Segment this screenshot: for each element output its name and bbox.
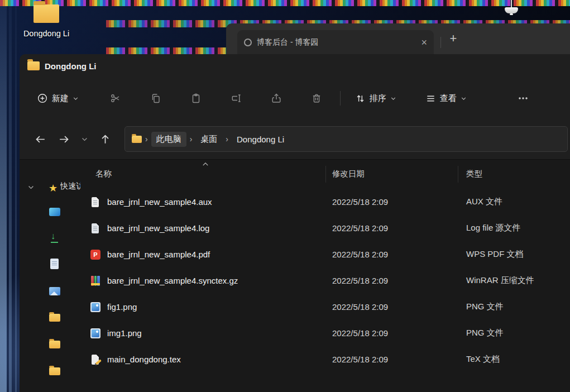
file-row[interactable]: main_dongdong.tex 2022/5/18 2:09 TeX 文档	[84, 346, 570, 372]
breadcrumb-separator: ›	[190, 135, 193, 144]
file-date: 2022/5/18 2:09	[332, 223, 388, 233]
file-row[interactable]: bare_jrnl_new_sample4.aux 2022/5/18 2:09…	[84, 189, 570, 215]
desktop-shortcut-dongdong-li[interactable]: Dongdong Li	[17, 4, 76, 38]
explorer-content: ★ 快速访问 名称 修改日期 类型	[20, 159, 570, 392]
log-file-icon	[90, 223, 101, 234]
new-button[interactable]: 新建	[33, 88, 82, 108]
sidebar-item-desktop[interactable]	[49, 208, 60, 218]
download-arrow-icon	[50, 232, 60, 243]
file-list-pane: 名称 修改日期 类型 bare_jrnl_new_sample4.aux 202…	[84, 160, 570, 392]
file-rows: bare_jrnl_new_sample4.aux 2022/5/18 2:09…	[84, 189, 570, 392]
sidebar-item-documents[interactable]	[50, 259, 59, 271]
file-row[interactable]: img1.png 2022/5/18 2:09 PNG 文件	[84, 320, 570, 346]
folder-icon	[132, 136, 142, 143]
tab-favicon-icon	[244, 39, 252, 46]
trash-icon	[311, 93, 322, 104]
file-date: 2022/5/18 2:09	[332, 197, 388, 207]
aux-file-icon	[90, 197, 101, 208]
view-button[interactable]: 查看	[422, 89, 470, 108]
winrar-archive-icon	[90, 275, 101, 286]
new-tab-button[interactable]: +	[445, 31, 462, 47]
quick-access-expander[interactable]	[27, 183, 35, 193]
rename-button[interactable]	[224, 87, 248, 109]
up-button[interactable]	[93, 128, 117, 150]
file-type: TeX 文档	[466, 354, 500, 365]
hanging-lamp-decoration	[504, 0, 519, 17]
file-type: AUX 文件	[466, 197, 502, 207]
address-bar[interactable]: › 此电脑 › 桌面 › Dongdong Li	[124, 126, 568, 152]
chevron-down-icon	[73, 95, 79, 102]
column-header-name[interactable]: 名称	[95, 169, 112, 179]
pdf-file-icon	[90, 249, 101, 260]
file-name: bare_jrnl_new_sample4.synctex.gz	[107, 276, 238, 285]
scissors-icon	[110, 93, 121, 104]
sidebar-item-folder[interactable]	[49, 367, 60, 377]
forward-button[interactable]	[52, 128, 75, 150]
breadcrumb-separator: ›	[226, 135, 228, 144]
sidebar-item-quick-access[interactable]: ★ 快速访问	[49, 181, 80, 194]
sidebar-item-pictures[interactable]	[49, 287, 60, 298]
tab-close-icon[interactable]: ×	[421, 37, 427, 47]
document-icon	[50, 259, 59, 269]
sidebar-item-folder[interactable]	[49, 314, 60, 324]
chevron-down-icon	[461, 95, 467, 102]
breadcrumb-desktop[interactable]: 桌面	[195, 132, 222, 147]
file-date: 2022/5/18 2:09	[332, 355, 388, 364]
sort-button[interactable]: 排序	[352, 89, 400, 108]
back-button[interactable]	[28, 128, 52, 150]
sidebar-item-folder[interactable]	[49, 341, 60, 351]
breadcrumb-this-pc[interactable]: 此电脑	[151, 132, 186, 147]
share-button[interactable]	[264, 87, 289, 109]
sort-arrows-icon	[355, 93, 366, 104]
column-divider[interactable]	[458, 166, 458, 183]
more-options-button[interactable]	[511, 87, 535, 109]
desktop: Dongdong Li 博客后台 - 博客园 × + Dongdong Li 新…	[0, 0, 570, 392]
browser-tab[interactable]: 博客后台 - 博客园 ×	[237, 30, 434, 54]
quick-access-label: 快速访问	[60, 181, 80, 192]
file-name: img1.png	[107, 328, 142, 338]
column-header-date[interactable]: 修改日期	[332, 169, 365, 179]
column-headers: 名称 修改日期 类型	[84, 160, 570, 189]
file-type: Log file 源文件	[466, 223, 521, 233]
folder-icon	[49, 314, 60, 322]
file-date: 2022/5/18 2:09	[332, 250, 388, 259]
copy-icon	[150, 93, 161, 104]
file-row[interactable]: bare_jrnl_new_sample4.synctex.gz 2022/5/…	[84, 267, 570, 294]
clipboard-actions	[103, 87, 329, 109]
sort-button-label: 排序	[370, 93, 386, 104]
delete-button[interactable]	[304, 87, 329, 109]
file-name: bare_jrnl_new_sample4.pdf	[107, 250, 210, 259]
column-header-type[interactable]: 类型	[466, 169, 482, 179]
file-explorer-window: Dongdong Li 新建	[20, 54, 570, 392]
cut-button[interactable]	[103, 87, 128, 109]
up-arrow-icon	[99, 133, 111, 145]
shortcut-label: Dongdong Li	[17, 29, 76, 38]
recent-locations-button[interactable]	[75, 128, 93, 150]
file-type: PNG 文件	[466, 328, 504, 338]
tex-file-icon	[90, 354, 101, 365]
back-arrow-icon	[35, 133, 46, 145]
breadcrumb-current-folder[interactable]: Dongdong Li	[232, 132, 289, 146]
file-date: 2022/5/18 2:09	[332, 276, 388, 285]
navigation-bar: › 此电脑 › 桌面 › Dongdong Li	[20, 119, 570, 159]
new-button-label: 新建	[52, 93, 69, 104]
browser-window: 博客后台 - 博客园 × +	[226, 23, 570, 54]
desktop-monitor-icon	[49, 208, 60, 216]
sidebar-item-downloads[interactable]	[50, 232, 60, 245]
file-type: WPS PDF 文档	[466, 249, 524, 260]
copy-button[interactable]	[143, 87, 168, 109]
command-bar: 新建	[20, 78, 570, 119]
sort-ascending-icon	[202, 160, 209, 170]
title-bar: Dongdong Li	[20, 54, 570, 78]
file-row[interactable]: bare_jrnl_new_sample4.log 2022/5/18 2:09…	[84, 215, 570, 241]
png-image-icon	[90, 328, 101, 339]
file-row[interactable]: fig1.png 2022/5/18 2:09 PNG 文件	[84, 294, 570, 320]
folder-icon	[49, 341, 60, 348]
paste-button[interactable]	[184, 87, 208, 109]
file-type: WinRAR 压缩文件	[466, 275, 534, 286]
column-divider[interactable]	[325, 166, 326, 183]
share-icon	[271, 93, 282, 104]
file-name: fig1.png	[107, 302, 137, 312]
folder-icon	[49, 367, 60, 375]
file-row[interactable]: bare_jrnl_new_sample4.pdf 2022/5/18 2:09…	[84, 241, 570, 267]
